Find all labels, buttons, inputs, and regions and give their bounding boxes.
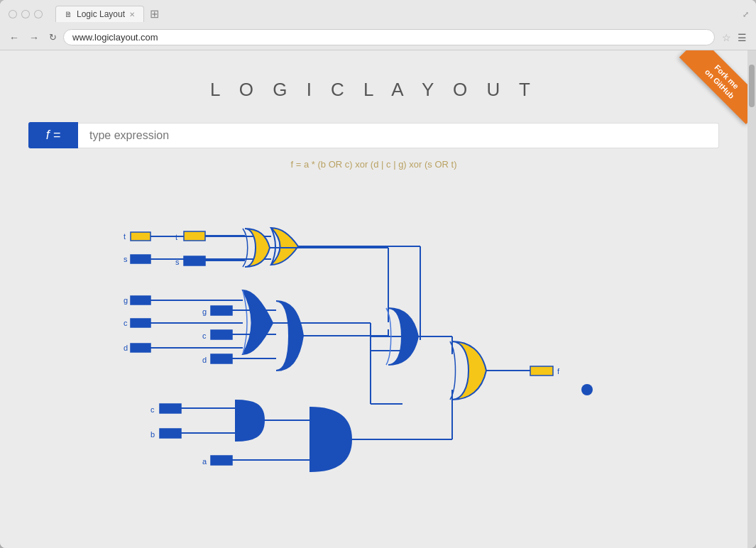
- svg-rect-46: [160, 404, 181, 413]
- window-resize-icon: ⤢: [743, 10, 749, 18]
- browser-tab[interactable]: 🗎 Logic Layout ✕: [55, 6, 144, 22]
- example-expression: f = a * (b OR c) xor (d | c | g) xor (s …: [28, 159, 719, 170]
- svg-text:a: a: [202, 457, 207, 466]
- scrollbar-thumb[interactable]: [749, 65, 755, 107]
- svg-text:g: g: [202, 307, 207, 316]
- tab-title: Logic Layout: [77, 9, 125, 19]
- svg-rect-35: [211, 330, 232, 339]
- expression-row: f =: [28, 122, 719, 148]
- reload-button[interactable]: ↻: [45, 31, 60, 44]
- svg-rect-1: [131, 232, 150, 241]
- svg-rect-25: [184, 231, 205, 241]
- tab-bar: 🗎 Logic Layout ✕ ⊞: [55, 6, 162, 22]
- svg-text:t: t: [175, 233, 177, 241]
- svg-text:c: c: [124, 319, 128, 327]
- svg-text:d: d: [124, 344, 128, 352]
- expression-input[interactable]: [78, 123, 719, 148]
- maximize-button[interactable]: [34, 10, 43, 18]
- navigation-toolbar: ← → ↻ www.logiclayout.com ☆ ☰: [0, 26, 756, 50]
- svg-point-61: [581, 384, 593, 395]
- svg-text:c: c: [150, 405, 155, 414]
- close-button[interactable]: [9, 10, 17, 18]
- forward-button[interactable]: →: [26, 31, 43, 45]
- svg-text:t: t: [124, 232, 126, 241]
- title-bar: 🗎 Logic Layout ✕ ⊞ ⤢: [0, 0, 756, 26]
- page-content: Fork me on GitHub L O G I C L A Y O U T …: [0, 50, 747, 548]
- circuit-container: t s: [28, 184, 719, 489]
- circuit-diagram-main: .gate-yellow { fill: #f5c518; stroke: #1…: [104, 184, 644, 489]
- svg-text:g: g: [124, 296, 128, 305]
- tab-close-button[interactable]: ✕: [129, 11, 135, 18]
- svg-text:s: s: [124, 255, 128, 263]
- f-label: f =: [28, 122, 78, 148]
- bookmark-button[interactable]: ☆: [722, 32, 731, 43]
- svg-text:c: c: [202, 331, 207, 340]
- svg-text:b: b: [150, 430, 155, 439]
- svg-rect-53: [211, 456, 232, 465]
- address-text: www.logiclayout.com: [72, 32, 158, 43]
- browser-content: Fork me on GitHub L O G I C L A Y O U T …: [0, 50, 756, 548]
- svg-rect-9: [131, 296, 150, 305]
- new-tab-button[interactable]: ⊞: [147, 7, 162, 21]
- svg-rect-33: [211, 306, 232, 315]
- svg-rect-37: [211, 354, 232, 363]
- svg-text:s: s: [175, 258, 180, 266]
- menu-button[interactable]: ☰: [734, 31, 750, 45]
- svg-rect-12: [131, 319, 150, 327]
- browser-window: 🗎 Logic Layout ✕ ⊞ ⤢ ← → ↻ www.logiclayo…: [0, 0, 756, 548]
- address-bar[interactable]: www.logiclayout.com: [63, 29, 715, 45]
- minimize-button[interactable]: [21, 10, 30, 18]
- svg-rect-59: [530, 366, 553, 376]
- back-button[interactable]: ←: [6, 31, 23, 45]
- svg-rect-15: [131, 344, 150, 352]
- window-controls: [9, 10, 43, 18]
- svg-rect-4: [131, 255, 150, 263]
- tab-icon: 🗎: [65, 10, 72, 18]
- page-title: L O G I C L A Y O U T: [28, 79, 719, 101]
- svg-text:f: f: [557, 367, 560, 376]
- svg-text:d: d: [202, 356, 207, 364]
- main-container: L O G I C L A Y O U T f = f = a * (b OR …: [0, 50, 747, 548]
- browser-chrome: 🗎 Logic Layout ✕ ⊞ ⤢ ← → ↻ www.logiclayo…: [0, 0, 756, 50]
- scrollbar[interactable]: [747, 50, 756, 548]
- svg-rect-27: [184, 256, 205, 265]
- svg-rect-48: [160, 429, 181, 438]
